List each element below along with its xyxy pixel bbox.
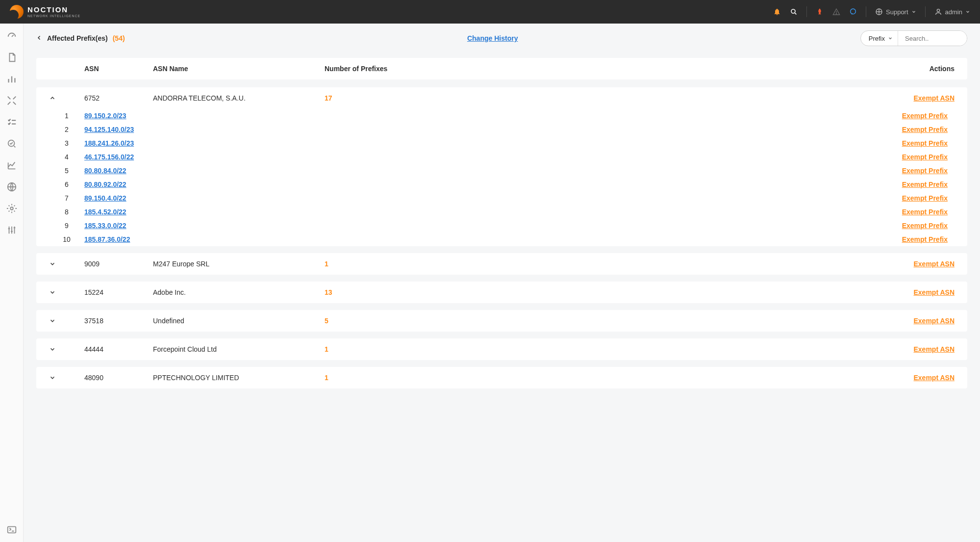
chevron-up-icon[interactable] (49, 95, 84, 102)
chevron-down-icon[interactable] (49, 289, 84, 296)
prefix-row: 789.150.4.0/22Exempt Prefix (36, 191, 967, 205)
nav-document-icon[interactable] (6, 52, 17, 63)
prefix-index: 1 (49, 112, 84, 120)
prefix-index: 4 (49, 153, 84, 161)
nav-sliders-icon[interactable] (6, 225, 17, 235)
prefix-index: 9 (49, 222, 84, 230)
svg-point-0 (791, 9, 795, 13)
col-asn: ASN (84, 65, 153, 73)
svg-point-2 (851, 9, 856, 14)
exempt-prefix-link[interactable]: Exempt Prefix (876, 235, 955, 243)
brand-name: NOCTION (27, 6, 80, 13)
nav-settings-icon[interactable] (6, 203, 17, 214)
prefix-index: 5 (49, 167, 84, 175)
asn-number: 44444 (84, 345, 153, 353)
exempt-asn-link[interactable]: Exempt ASN (886, 345, 955, 353)
nav-inspect-icon[interactable] (6, 138, 17, 149)
filter-type-select[interactable]: Prefix (861, 31, 898, 46)
content: ASN ASN Name Number of Prefixes Actions … (24, 53, 980, 542)
prefix-link[interactable]: 89.150.2.0/23 (84, 112, 256, 120)
exempt-prefix-link[interactable]: Exempt Prefix (876, 194, 955, 202)
asn-number: 15224 (84, 288, 153, 296)
asn-group: 15224Adobe Inc.13Exempt ASN (36, 282, 967, 303)
prefix-index: 8 (49, 208, 84, 216)
flame-icon[interactable] (816, 8, 824, 16)
prefix-row: 580.80.84.0/22Exempt Prefix (36, 164, 967, 178)
prefix-count: 5 (325, 317, 886, 325)
exempt-asn-link[interactable]: Exempt ASN (886, 260, 955, 268)
prefix-count: 1 (325, 345, 886, 353)
user-menu[interactable]: admin (934, 8, 970, 16)
col-asn-name: ASN Name (153, 65, 325, 73)
exempt-asn-link[interactable]: Exempt ASN (886, 94, 955, 102)
svg-point-7 (10, 207, 13, 210)
asn-number: 9009 (84, 260, 153, 268)
exempt-prefix-link[interactable]: Exempt Prefix (876, 181, 955, 188)
nav-checklist-icon[interactable] (6, 117, 17, 128)
prefix-link[interactable]: 185.33.0.0/22 (84, 222, 256, 230)
exempt-prefix-link[interactable]: Exempt Prefix (876, 222, 955, 230)
subheader: Affected Prefix(es) (54) Change History … (24, 24, 980, 53)
exempt-prefix-link[interactable]: Exempt Prefix (876, 208, 955, 216)
nav-globe-icon[interactable] (6, 181, 17, 192)
search-icon[interactable] (790, 8, 798, 16)
logo[interactable]: NOCTION NETWORK INTELLIGENCE (10, 5, 80, 19)
prefix-index: 3 (49, 139, 84, 147)
chat-icon[interactable] (849, 8, 857, 16)
exempt-asn-link[interactable]: Exempt ASN (886, 317, 955, 325)
asn-name-label: PPTECHNOLOGY LIMITED (153, 374, 325, 382)
prefix-index: 10 (49, 235, 84, 243)
prefix-link[interactable]: 185.4.52.0/22 (84, 208, 256, 216)
nav-chart-icon[interactable] (6, 160, 17, 171)
exempt-asn-link[interactable]: Exempt ASN (886, 374, 955, 382)
prefix-link[interactable]: 188.241.26.0/23 (84, 139, 256, 147)
prefix-row: 10185.87.36.0/22Exempt Prefix (36, 232, 967, 246)
back-icon[interactable] (36, 34, 42, 42)
asn-row: 15224Adobe Inc.13Exempt ASN (36, 282, 967, 303)
asn-group: 48090PPTECHNOLOGY LIMITED1Exempt ASN (36, 367, 967, 388)
bell-icon[interactable] (773, 8, 781, 16)
exempt-prefix-link[interactable]: Exempt Prefix (876, 153, 955, 161)
asn-number: 37518 (84, 317, 153, 325)
nav-bars-icon[interactable] (6, 74, 17, 84)
nav-console-icon[interactable] (6, 524, 17, 535)
table-header: ASN ASN Name Number of Prefixes Actions (36, 58, 967, 79)
exempt-prefix-link[interactable]: Exempt Prefix (876, 112, 955, 120)
support-label: Support (886, 8, 908, 16)
user-label: admin (945, 8, 962, 16)
change-history-link[interactable]: Change History (467, 34, 518, 42)
asn-group: 37518Undefined5Exempt ASN (36, 310, 967, 332)
exempt-prefix-link[interactable]: Exempt Prefix (876, 167, 955, 175)
chevron-down-icon[interactable] (49, 346, 84, 353)
warning-icon[interactable] (832, 8, 840, 16)
nav-dashboard-icon[interactable] (6, 30, 17, 41)
page-title: Affected Prefix(es) (47, 34, 108, 42)
prefix-list[interactable]: 189.150.2.0/23Exempt Prefix294.125.140.0… (36, 109, 967, 246)
prefix-row: 446.175.156.0/22Exempt Prefix (36, 150, 967, 164)
support-menu[interactable]: Support (875, 8, 916, 16)
svg-rect-8 (7, 527, 16, 533)
exempt-prefix-link[interactable]: Exempt Prefix (876, 126, 955, 133)
prefix-link[interactable]: 46.175.156.0/22 (84, 153, 256, 161)
chevron-down-icon[interactable] (49, 374, 84, 381)
nav-collapse-icon[interactable] (6, 95, 17, 106)
chevron-down-icon[interactable] (49, 317, 84, 324)
prefix-count: 1 (325, 374, 886, 382)
chevron-down-icon (965, 9, 970, 14)
exempt-asn-link[interactable]: Exempt ASN (886, 288, 955, 296)
prefix-row: 9185.33.0.0/22Exempt Prefix (36, 219, 967, 232)
prefix-link[interactable]: 94.125.140.0/23 (84, 126, 256, 133)
prefix-link[interactable]: 89.150.4.0/22 (84, 194, 256, 202)
prefix-link[interactable]: 80.80.92.0/22 (84, 181, 256, 188)
asn-row: 48090PPTECHNOLOGY LIMITED1Exempt ASN (36, 367, 967, 388)
prefix-row: 680.80.92.0/22Exempt Prefix (36, 178, 967, 191)
chevron-down-icon (888, 36, 893, 41)
exempt-prefix-link[interactable]: Exempt Prefix (876, 139, 955, 147)
search-input[interactable] (898, 31, 967, 46)
chevron-down-icon[interactable] (49, 260, 84, 267)
prefix-count: 1 (325, 260, 886, 268)
asn-group: 6752ANDORRA TELECOM, S.A.U.17Exempt ASN1… (36, 87, 967, 246)
prefix-link[interactable]: 80.80.84.0/22 (84, 167, 256, 175)
prefix-link[interactable]: 185.87.36.0/22 (84, 235, 256, 243)
asn-name-label: ANDORRA TELECOM, S.A.U. (153, 94, 325, 102)
